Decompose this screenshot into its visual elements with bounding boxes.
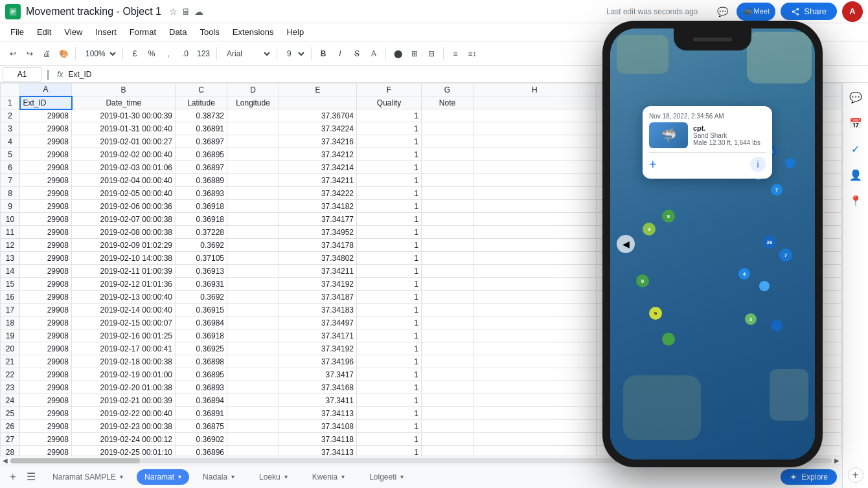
print-btn[interactable]: 🖨 [39,45,54,62]
star-icon[interactable]: ☆ [169,6,177,17]
percent-btn[interactable]: % [144,45,159,62]
data-cell[interactable]: 37.34113 [279,446,357,456]
data-cell[interactable]: 37.34168 [279,381,357,394]
data-cell[interactable]: 1 [357,278,422,291]
col-header-c[interactable]: C [176,83,227,96]
data-cell[interactable]: 29908 [20,265,72,278]
data-cell[interactable] [474,420,597,433]
data-cell[interactable]: 29908 [20,304,72,316]
data-cell[interactable]: 37.34211 [279,174,357,187]
data-cell[interactable] [422,407,474,420]
format-123-btn[interactable]: 123 [194,45,212,62]
col-header-b[interactable]: B [72,83,176,96]
data-cell[interactable] [596,394,719,407]
data-cell[interactable] [422,433,474,446]
data-cell[interactable] [227,407,279,420]
data-cell[interactable]: 2019-01-31 00:00:40 [72,122,176,135]
data-cell[interactable] [474,291,597,304]
data-cell[interactable] [474,200,597,213]
data-cell[interactable] [227,316,279,329]
data-cell[interactable] [422,200,474,213]
text-color-btn[interactable]: A [366,45,382,62]
data-cell[interactable]: 0.36894 [176,394,227,407]
data-cell[interactable] [227,446,279,456]
data-cell[interactable] [422,316,474,329]
data-cell[interactable]: 37.3411 [279,394,357,407]
data-cell[interactable]: 0.36913 [176,265,227,278]
font-select[interactable]: Arial [221,45,273,62]
data-cell[interactable] [422,355,474,368]
data-cell[interactable]: 37.34224 [279,122,357,135]
data-cell[interactable] [422,368,474,381]
data-cell[interactable] [227,278,279,291]
menu-edit[interactable]: Edit [32,26,56,38]
data-cell[interactable]: 1 [357,174,422,187]
data-cell[interactable]: 2019-02-20 01:00:38 [72,381,176,394]
data-cell[interactable]: 0.36898 [176,355,227,368]
data-cell[interactable] [596,148,719,161]
data-cell[interactable]: 0.36897 [176,161,227,174]
data-cell[interactable]: 29908 [20,109,72,122]
share-btn[interactable]: Share [781,3,837,20]
data-cell[interactable] [474,381,597,394]
data-cell[interactable] [474,265,597,278]
data-cell[interactable]: 37.34216 [279,135,357,148]
data-cell[interactable] [596,187,719,200]
data-cell[interactable]: 0.36918 [176,329,227,342]
data-cell[interactable]: 1 [357,355,422,368]
data-cell[interactable] [227,122,279,135]
data-cell[interactable]: 2019-02-10 14:00:38 [72,252,176,265]
fill-color-btn[interactable]: ⬤ [390,45,405,62]
data-cell[interactable] [596,122,719,135]
data-cell[interactable]: 1 [357,109,422,122]
data-cell[interactable]: 37.34802 [279,252,357,265]
data-cell[interactable] [719,161,842,174]
data-cell[interactable] [719,316,842,329]
sidebar-contacts-icon[interactable]: 👤 [847,166,865,184]
data-cell[interactable] [596,291,719,304]
data-cell[interactable]: 0.36984 [176,316,227,329]
italic-btn[interactable]: I [332,45,348,62]
data-cell[interactable]: 2019-02-15 00:00:07 [72,316,176,329]
data-cell[interactable]: 0.36896 [176,446,227,456]
last-edit-link[interactable]: Last edit was seconds ago [606,7,698,16]
data-cell[interactable]: 1 [357,239,422,252]
col-header-e[interactable]: E [279,83,357,96]
data-cell[interactable]: 0.36925 [176,342,227,355]
data-cell[interactable]: 2019-02-01 00:00:27 [72,135,176,148]
data-cell[interactable]: 1 [357,433,422,446]
data-cell[interactable] [596,135,719,148]
scroll-right-arrow[interactable]: ▶ [834,457,839,464]
data-cell[interactable]: 1 [357,252,422,265]
data-cell[interactable]: 0.36897 [176,135,227,148]
data-cell[interactable]: 29908 [20,355,72,368]
decimal-dec-btn[interactable]: , [161,45,176,62]
data-cell[interactable] [227,252,279,265]
data-cell[interactable] [719,187,842,200]
data-cell[interactable] [227,381,279,394]
data-cell[interactable] [719,368,842,381]
data-cell[interactable] [422,213,474,226]
data-cell[interactable] [596,174,719,187]
data-cell[interactable] [719,148,842,161]
data-cell[interactable]: 1 [357,381,422,394]
data-cell[interactable]: 29908 [20,433,72,446]
data-cell[interactable]: 37.34113 [279,407,357,420]
data-cell[interactable] [474,342,597,355]
menu-insert[interactable]: Insert [90,26,122,38]
data-cell[interactable]: 29908 [20,446,72,456]
data-cell[interactable] [596,329,719,342]
data-cell[interactable] [227,420,279,433]
data-cell[interactable] [227,355,279,368]
sheet-tab-naramat-sample[interactable]: Naramat SAMPLE ▾ [41,468,134,486]
data-cell[interactable] [422,420,474,433]
data-cell[interactable] [474,394,597,407]
data-cell[interactable] [227,368,279,381]
align-btn[interactable]: ≡ [448,45,463,62]
data-cell[interactable]: 29908 [20,239,72,252]
zoom-select[interactable]: 100% [80,45,119,62]
col-header-h[interactable]: H [474,83,597,96]
data-cell[interactable] [474,174,597,187]
formula-input[interactable] [69,67,866,82]
data-cell[interactable] [227,342,279,355]
